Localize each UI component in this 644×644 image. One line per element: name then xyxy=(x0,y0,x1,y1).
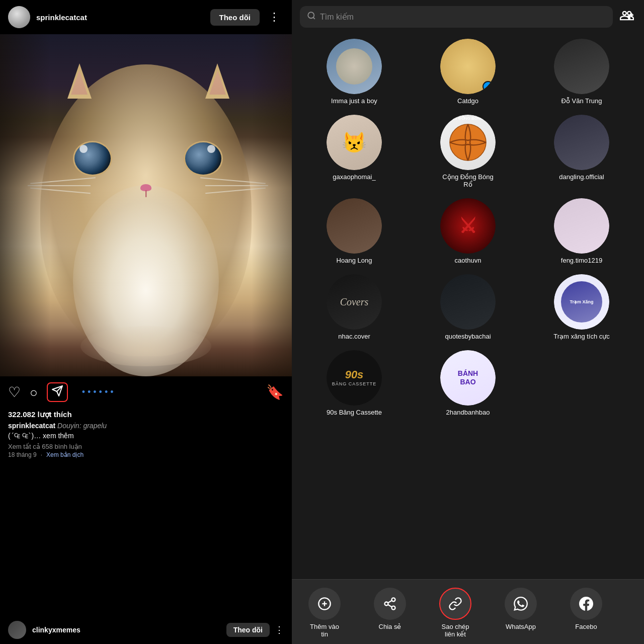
commenter-more-icon[interactable]: ⋮ xyxy=(275,624,284,635)
translate-link[interactable]: Xem bản dịch xyxy=(46,451,84,458)
share-icon-whatsapp xyxy=(505,588,537,620)
story-avatar: BÁNHBAO xyxy=(440,350,496,406)
like-icon[interactable]: ♡ xyxy=(8,385,21,399)
story-item[interactable]: quotesbybachai xyxy=(414,274,522,340)
comment-icon[interactable]: ○ xyxy=(30,386,38,399)
story-avatar xyxy=(554,198,609,254)
caption-username: sprinklecatcat xyxy=(8,422,55,430)
post-username: sprinklecatcat xyxy=(36,13,210,22)
svg-point-6 xyxy=(450,124,486,160)
commenter-name: clinkyxmemes xyxy=(32,626,226,634)
story-item[interactable]: Coversnhac.cover xyxy=(300,274,409,340)
story-item[interactable]: 90sBĂNG CASSETTE90s Băng Cassette xyxy=(300,350,409,416)
story-item[interactable]: ⚔caothuvn xyxy=(414,198,522,264)
verified-badge: ✓ xyxy=(482,81,494,92)
bookmark-icon[interactable]: 🔖 xyxy=(266,384,284,400)
share-item-share[interactable]: Chia sẻ xyxy=(357,588,423,638)
follow-button[interactable]: Theo dõi xyxy=(210,9,260,26)
story-avatar: ⚔ xyxy=(440,198,496,254)
commenter-avatar xyxy=(8,621,26,639)
share-item-facebook[interactable]: Facebo xyxy=(553,588,619,638)
story-avatar xyxy=(327,39,382,94)
story-item[interactable]: dangling.official xyxy=(527,115,636,188)
story-avatar: 90sBĂNG CASSETTE xyxy=(327,350,382,406)
story-item[interactable]: BÁNHBAO2handbanhbao xyxy=(414,350,522,416)
caption: sprinklecatcat Douyin: grapelu (ˊ₠ ₠ˋ)… … xyxy=(8,421,284,441)
post-info: 322.082 lượt thích sprinklecatcat Douyin… xyxy=(0,408,292,458)
story-name: feng.timo1219 xyxy=(561,257,602,264)
story-avatar xyxy=(554,115,609,170)
story-avatar xyxy=(440,274,496,330)
story-name: gaxaophomai_ xyxy=(333,173,375,181)
story-name: Cộng Đồng Bóng Rổ xyxy=(438,173,498,188)
story-name: Trạm xăng tích cực xyxy=(553,333,610,340)
likes-count: 322.082 lượt thích xyxy=(8,410,284,419)
share-label-add: Thêm vào tin xyxy=(310,623,339,638)
share-item-add[interactable]: Thêm vào tin xyxy=(292,588,357,638)
svg-line-3 xyxy=(313,17,314,19)
avatar xyxy=(8,6,30,28)
search-bar: Tìm kiếm xyxy=(292,0,644,34)
story-name: nhac.cover xyxy=(338,333,370,340)
comments-link[interactable]: Xem tất cả 658 bình luận xyxy=(8,443,284,450)
story-avatar xyxy=(327,198,382,254)
share-label-link: Sao chép liên kết xyxy=(442,623,469,638)
svg-line-13 xyxy=(388,605,392,607)
share-icon-link xyxy=(439,588,471,620)
story-avatar: Covers xyxy=(327,274,382,330)
story-name: quotesbybachai xyxy=(445,333,491,340)
post-header: sprinklecatcat Theo dõi ⋮ xyxy=(0,0,292,34)
story-name: Imma just a boy xyxy=(331,97,377,105)
story-name: Đỗ Văn Trung xyxy=(561,97,602,105)
svg-point-2 xyxy=(308,12,314,18)
commenter-follow-button[interactable]: Theo dõi xyxy=(226,623,270,637)
share-item-link[interactable]: Sao chép liên kết xyxy=(423,588,488,638)
add-people-icon[interactable] xyxy=(618,7,636,28)
story-item[interactable]: feng.timo1219 xyxy=(527,198,636,264)
story-name: caothuvn xyxy=(455,257,481,264)
share-panel: Thêm vào tinChia sẻSao chép liên kếtWhat… xyxy=(292,579,644,644)
story-name: Catdgo xyxy=(457,97,478,105)
svg-point-10 xyxy=(392,598,395,601)
progress-dots: •••••• xyxy=(77,387,266,397)
right-panel: Tìm kiếm Imma just a boy✓CatdgoĐỗ Văn Tr… xyxy=(292,0,644,644)
share-icon[interactable] xyxy=(47,382,68,402)
story-item[interactable]: ✓Catdgo xyxy=(414,39,522,105)
story-item[interactable]: Đỗ Văn Trung xyxy=(527,39,636,105)
story-avatar: ✓ xyxy=(440,39,496,94)
search-icon xyxy=(307,11,316,23)
story-name: Hoang Long xyxy=(337,257,372,264)
story-avatar: 😾 xyxy=(327,115,382,170)
bottom-commenter: clinkyxmemes Theo dõi ⋮ xyxy=(0,616,292,644)
left-panel: sprinklecatcat Theo dõi ⋮ xyxy=(0,0,292,644)
share-icon-add xyxy=(308,588,341,620)
stories-grid: Imma just a boy✓CatdgoĐỗ Văn Trung😾gaxao… xyxy=(292,34,644,579)
story-item[interactable]: Hoang Long xyxy=(300,198,409,264)
share-label-whatsapp: WhatsApp xyxy=(506,623,536,630)
story-avatar xyxy=(554,39,609,94)
share-icon-facebook xyxy=(570,588,602,620)
story-name: dangling.official xyxy=(559,173,604,181)
svg-line-14 xyxy=(388,601,392,603)
svg-point-11 xyxy=(385,602,388,606)
action-bar: ♡ ○ •••••• 🔖 xyxy=(0,376,292,408)
svg-point-12 xyxy=(392,606,395,610)
timestamp: 18 tháng 9 · Xem bản dịch xyxy=(8,451,284,458)
story-item[interactable]: 😾gaxaophomai_ xyxy=(300,115,409,188)
caption-text: (ˊ₠ ₠ˋ)… xem thêm xyxy=(8,432,74,440)
story-name: 90s Băng Cassette xyxy=(327,409,382,416)
story-item[interactable]: Imma just a boy xyxy=(300,39,409,105)
story-name: 2handbanhbao xyxy=(446,409,490,416)
search-input-wrapper[interactable]: Tìm kiếm xyxy=(300,6,613,28)
search-input[interactable]: Tìm kiếm xyxy=(320,12,606,22)
story-item[interactable]: CỘNG ĐỒNG BÓNG RỔCộng Đồng Bóng Rổ xyxy=(414,115,522,188)
story-item[interactable]: Trạm XăngTrạm xăng tích cực xyxy=(527,274,636,340)
share-label-facebook: Facebo xyxy=(575,623,597,630)
story-avatar: CỘNG ĐỒNG BÓNG RỔ xyxy=(440,115,496,170)
story-avatar: Trạm Xăng xyxy=(554,274,609,330)
share-item-whatsapp[interactable]: WhatsApp xyxy=(488,588,553,638)
post-image xyxy=(0,34,292,376)
more-options-icon[interactable]: ⋮ xyxy=(265,9,284,26)
share-icon-share xyxy=(374,588,406,620)
share-label-share: Chia sẻ xyxy=(379,623,401,630)
